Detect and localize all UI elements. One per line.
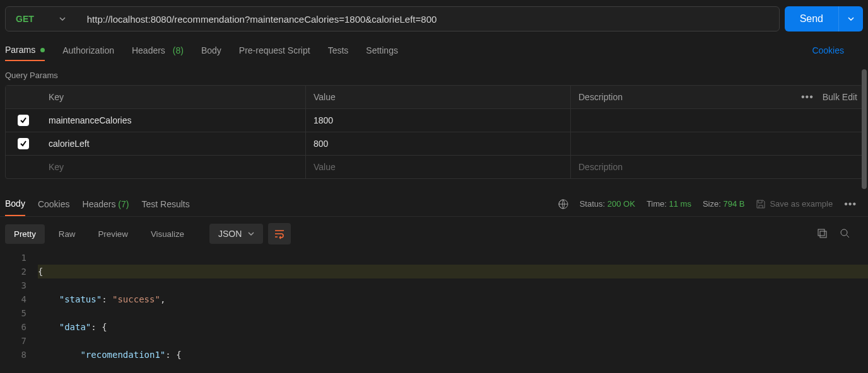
body-actions (816, 227, 863, 241)
more-options-icon[interactable]: ••• (801, 91, 814, 103)
save-icon (756, 199, 766, 209)
search-icon (839, 227, 850, 239)
query-params-label: Query Params (0, 63, 868, 85)
chevron-down-icon (59, 16, 66, 22)
header-value: Value (306, 86, 571, 108)
request-tabs: Params Authorization Headers (8) Body Pr… (0, 38, 868, 63)
resp-tab-headers[interactable]: Headers (7) (83, 193, 129, 215)
table-row-empty: Key Value Description (6, 156, 862, 178)
param-desc[interactable] (571, 132, 862, 155)
tab-params[interactable]: Params (5, 40, 45, 61)
save-as-example-button[interactable]: Save as example (756, 199, 833, 209)
param-desc[interactable] (571, 109, 862, 132)
response-header: Body Cookies Headers (7) Test Results St… (0, 192, 868, 217)
query-params-table: Key Value Description ••• Bulk Edit main… (5, 85, 863, 179)
url-input[interactable] (76, 7, 779, 31)
param-key[interactable]: calorieLeft (41, 132, 306, 155)
param-value-placeholder[interactable]: Value (306, 156, 571, 178)
request-bar: GET Send (0, 0, 868, 38)
table-row: calorieLeft 800 (6, 132, 862, 156)
tab-settings[interactable]: Settings (366, 40, 398, 60)
view-preview[interactable]: Preview (89, 224, 136, 244)
check-icon (20, 117, 27, 124)
tab-headers[interactable]: Headers (8) (132, 40, 184, 60)
table-header: Key Value Description ••• Bulk Edit (6, 86, 862, 109)
line-gutter: 12345678 (0, 251, 38, 373)
send-button[interactable]: Send (785, 6, 838, 32)
scrollbar-thumb[interactable] (862, 69, 867, 189)
send-dropdown[interactable] (838, 6, 863, 32)
bulk-edit-button[interactable]: Bulk Edit (823, 92, 857, 102)
method-select[interactable]: GET (6, 7, 76, 31)
tab-tests[interactable]: Tests (328, 40, 349, 60)
row-checkbox[interactable] (6, 132, 41, 155)
svg-rect-2 (820, 231, 826, 238)
format-select[interactable]: JSON (209, 224, 263, 244)
view-raw[interactable]: Raw (50, 224, 85, 244)
header-desc: Description ••• Bulk Edit (571, 86, 862, 108)
active-dot-icon (40, 48, 45, 52)
resp-tab-body[interactable]: Body (5, 192, 25, 216)
svg-rect-1 (818, 229, 824, 236)
method-label: GET (16, 14, 34, 24)
response-body[interactable]: 12345678 { "status": "success", "data": … (0, 251, 868, 373)
view-visualize[interactable]: Visualize (142, 224, 193, 244)
more-options-icon[interactable]: ••• (844, 198, 857, 210)
send-button-group: Send (785, 6, 863, 32)
copy-icon (816, 227, 828, 239)
svg-point-3 (841, 229, 847, 236)
param-value[interactable]: 1800 (306, 109, 571, 132)
resp-tab-testresults[interactable]: Test Results (141, 193, 189, 215)
tab-authorization[interactable]: Authorization (62, 40, 114, 60)
resp-tab-cookies[interactable]: Cookies (38, 193, 70, 215)
body-view-controls: Pretty Raw Preview Visualize JSON (0, 217, 868, 251)
globe-icon[interactable] (558, 199, 568, 209)
cookies-link[interactable]: Cookies (812, 45, 863, 55)
header-key: Key (41, 86, 306, 108)
tab-prerequest[interactable]: Pre-request Script (239, 40, 310, 60)
param-key-placeholder[interactable]: Key (41, 156, 306, 178)
search-button[interactable] (839, 227, 850, 241)
response-meta: Status: 200 OK Time: 11 ms Size: 794 B S… (558, 198, 863, 210)
param-desc-placeholder[interactable]: Description (571, 156, 862, 178)
tab-body[interactable]: Body (201, 40, 221, 60)
row-checkbox[interactable] (6, 109, 41, 132)
code-content: { "status": "success", "data": { "recome… (38, 251, 868, 373)
check-icon (20, 140, 27, 147)
wrap-icon (274, 228, 285, 239)
method-url-group: GET (5, 6, 780, 32)
copy-button[interactable] (816, 227, 828, 241)
wrap-lines-button[interactable] (268, 223, 291, 244)
param-value[interactable]: 800 (306, 132, 571, 155)
chevron-down-icon (848, 16, 854, 22)
table-row: maintenanceCalories 1800 (6, 109, 862, 132)
chevron-down-icon (248, 231, 254, 237)
view-pretty[interactable]: Pretty (5, 224, 45, 244)
param-key[interactable]: maintenanceCalories (41, 109, 306, 132)
